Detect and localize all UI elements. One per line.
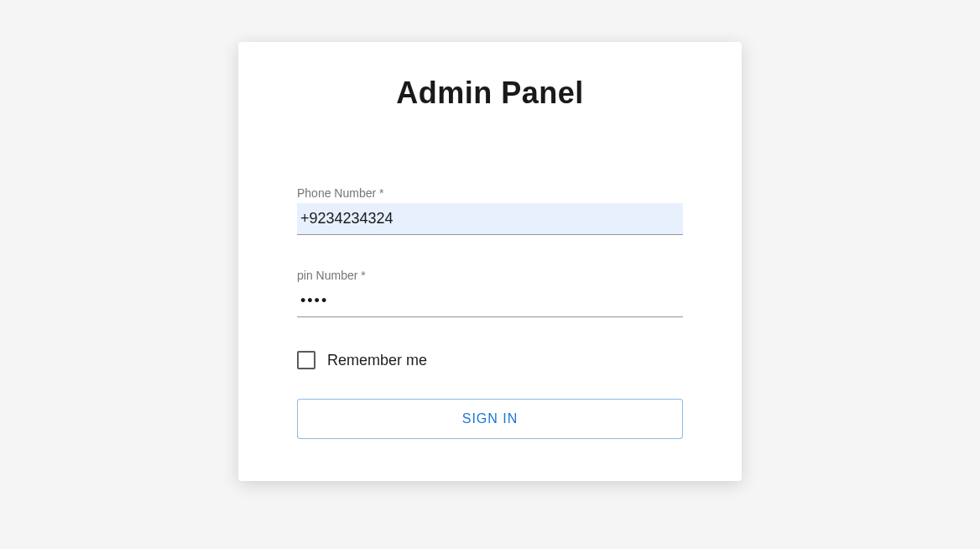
pin-input[interactable] [297,285,683,317]
signin-button[interactable]: SIGN IN [297,399,683,439]
phone-field: Phone Number * [297,186,683,235]
phone-label: Phone Number * [297,186,683,200]
pin-label: pin Number * [297,269,683,282]
login-card: Admin Panel Phone Number * pin Number * … [238,42,742,481]
remember-row: Remember me [297,351,683,369]
pin-field: pin Number * [297,269,683,317]
page-title: Admin Panel [297,76,683,111]
remember-checkbox[interactable] [297,351,315,369]
remember-label: Remember me [327,352,427,369]
phone-input[interactable] [297,203,683,235]
